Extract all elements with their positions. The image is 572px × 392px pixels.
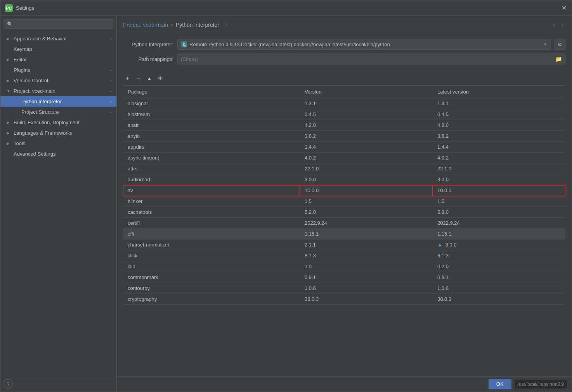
sidebar-item-advanced[interactable]: ▶ Advanced Settings [0,149,116,159]
table-row[interactable]: av10.0.010.0.0 [123,185,565,196]
search-input[interactable] [14,21,110,27]
table-row[interactable]: blinker1.51.5 [123,196,565,207]
package-table: Package Version Latest version aiosignal… [123,86,565,305]
table-row[interactable]: attrs22.1.022.1.0 [123,163,565,174]
cell-package: cffi [123,229,300,239]
cell-package: altair [123,120,300,131]
right-panel: Project: vced-main › Python Interpreter … [117,16,572,392]
path-mappings-row: Path mappings: (Empty) 📁 [123,54,565,64]
cell-package: async-timeout [123,153,300,163]
sidebar-item-version-control[interactable]: ▶ Version Control ▪ [0,75,116,86]
bottom-bar: OK /usr/local/lib/python3.9 [117,376,572,392]
sidebar-item-label-plugins: Plugins [14,67,30,73]
cell-version: 1.5 [300,196,433,207]
package-table-container[interactable]: Package Version Latest version aiosignal… [123,86,565,371]
table-row[interactable]: altair4.2.04.2.0 [123,120,565,131]
cell-version: 5.2.0 [300,207,433,218]
cell-package: certifi [123,218,300,229]
up-package-button[interactable]: ▲ [145,74,154,83]
cell-version: 8.1.3 [300,250,433,261]
search-box[interactable]: 🔍 [3,19,113,29]
table-row[interactable]: commonmark0.9.10.9.1 [123,272,565,283]
table-row[interactable]: clip1.00.2.0 [123,261,565,272]
sidebar-item-python-interpreter[interactable]: ▶ Python Interpreter ▪ [0,96,116,107]
cell-package: commonmark [123,272,300,283]
sidebar-item-project-structure[interactable]: ▶ Project Structure ▪ [0,107,116,117]
table-row[interactable]: cffi1.15.11.15.1 [123,229,565,239]
nav-back-button[interactable]: ‹ [550,21,557,29]
cell-latest: 0.2.0 [433,261,565,272]
cell-latest: 3.6.2 [433,131,565,142]
sidebar-item-editor[interactable]: ▶ Editor [0,54,116,65]
table-row[interactable]: cachetools5.2.05.2.0 [123,207,565,218]
table-row[interactable]: charset-normalizer2.1.1▲ 3.0.0 [123,239,565,250]
sidebar-item-tools[interactable]: ▶ Tools [0,138,116,149]
cell-version: 38.0.3 [300,294,433,305]
cell-version: 1.4.4 [300,142,433,153]
sidebar-item-plugins[interactable]: ▶ Plugins ▪ [0,65,116,75]
cell-version: 3.6.2 [300,131,433,142]
close-button[interactable]: ✕ [561,5,567,11]
cell-version: 4.2.0 [300,120,433,131]
table-header-row: Package Version Latest version [123,86,565,98]
table-row[interactable]: aiosignal1.3.11.3.1 [123,98,565,109]
cell-package: attrs [123,163,300,174]
path-mappings-field[interactable]: (Empty) 📁 [177,54,565,64]
nav-forward-button[interactable]: › [559,21,565,29]
remove-package-button[interactable]: − [134,74,143,83]
cell-version: 3.0.0 [300,174,433,185]
search-icon: 🔍 [7,21,13,27]
update-arrow-icon: ▲ [437,242,444,248]
ok-button[interactable]: OK [489,379,511,389]
sidebar-item-label-pi: Python Interpreter [21,99,62,104]
breadcrumb-menu-icon[interactable]: ≡ [225,22,227,28]
cell-latest: 1.4.4 [433,142,565,153]
sidebar-item-build[interactable]: ▶ Build, Execution, Deployment [0,117,116,128]
breadcrumb-parent[interactable]: Project: vced-main [123,22,168,28]
cell-latest: 1.15.1 [433,229,565,239]
table-row[interactable]: async-timeout4.0.24.0.2 [123,153,565,163]
sidebar-item-keymap[interactable]: ▶ Keymap [0,44,116,54]
cell-version: 1.0 [300,261,433,272]
help-button[interactable]: ? [3,379,13,389]
cell-latest: 3.0.0 [433,174,565,185]
interpreter-dropdown[interactable]: 🐍 Remote Python 3.9.13 Docker (newjina:l… [177,39,551,50]
sidebar-item-project[interactable]: ▼ Project: vced-main ▪ [0,86,116,96]
expand-icon: ▶ [7,36,11,41]
sidebar-item-appearance[interactable]: ▶ Appearance & Behavior ▪ [0,33,116,44]
sidebar-nav: ▶ Appearance & Behavior ▪ ▶ Keymap ▶ Edi… [0,32,116,376]
cell-package: cryptography [123,294,300,305]
window-controls: ✕ [561,5,567,11]
cell-package: blinker [123,196,300,207]
table-row[interactable]: click8.1.38.1.3 [123,250,565,261]
item-icon-project: ▪ [110,89,112,94]
table-row[interactable]: contourpy1.0.61.0.6 [123,283,565,294]
sidebar-item-label-project: Project: vced-main [14,88,55,94]
table-row[interactable]: certifi2022.9.242022.9.24 [123,218,565,229]
table-row[interactable]: aiostream0.4.50.4.5 [123,109,565,120]
sidebar-item-label-lang: Languages & Frameworks [14,130,73,136]
table-row[interactable]: cryptography38.0.338.0.3 [123,294,565,305]
expand-icon-editor: ▶ [7,57,11,62]
table-row[interactable]: anyio3.6.23.6.2 [123,131,565,142]
cell-latest: 0.9.1 [433,272,565,283]
cell-version: 1.15.1 [300,229,433,239]
interpreter-settings-button[interactable]: ⚙ [555,39,565,50]
table-row[interactable]: audioread3.0.03.0.0 [123,174,565,185]
table-row[interactable]: appdirs1.4.41.4.4 [123,142,565,153]
cell-latest: 38.0.3 [433,294,565,305]
eye-button[interactable]: 👁 [156,74,165,83]
cell-latest: 2022.9.24 [433,218,565,229]
package-area: + − ▲ 👁 Package Version Latest [123,71,565,371]
sidebar-item-languages[interactable]: ▶ Languages & Frameworks [0,128,116,138]
cell-latest: 5.2.0 [433,207,565,218]
cell-version: 10.0.0 [300,185,433,196]
cell-version: 2022.9.24 [300,218,433,229]
add-package-button[interactable]: + [123,74,132,83]
cell-package: clip [123,261,300,272]
sidebar-item-label-editor: Editor [14,57,27,62]
expand-icon-lang: ▶ [7,131,11,135]
cell-latest: 22.1.0 [433,163,565,174]
folder-icon: 📁 [555,56,562,62]
package-toolbar: + − ▲ 👁 [123,71,565,86]
